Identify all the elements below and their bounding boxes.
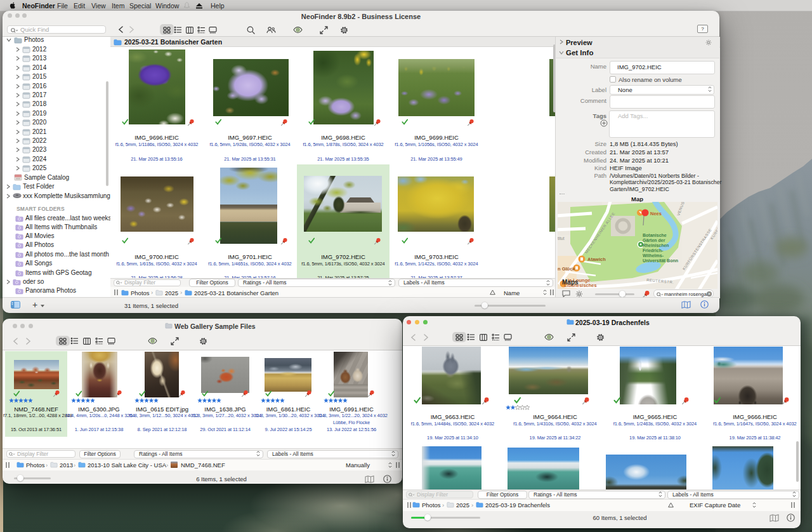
svg-text:n Glück: n Glück [558,266,575,272]
svg-text:Universität Bonn: Universität Bonn [643,258,678,263]
svg-text:titut: titut [558,236,565,241]
svg-text:Atawich: Atawich [587,256,606,262]
svg-text:Maps: Maps [562,279,579,286]
svg-text:Wilhelms-: Wilhelms- [643,253,664,258]
svg-text:Botanische: Botanische [643,233,667,237]
svg-text:Friedrich-: Friedrich- [643,248,664,253]
svg-text:Gärten der: Gärten der [643,238,665,243]
svg-text:Rheinischen: Rheinischen [643,243,669,248]
svg-text:Nees: Nees [650,211,662,216]
